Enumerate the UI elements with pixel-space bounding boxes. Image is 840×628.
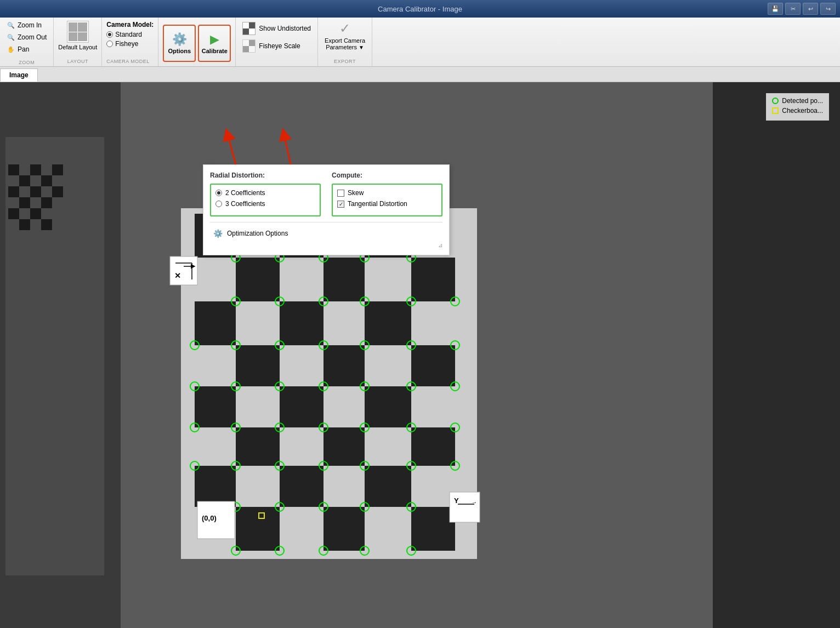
- svg-marker-40: [236, 507, 280, 551]
- svg-text:→: →: [472, 499, 477, 505]
- svg-marker-33: [365, 386, 411, 427]
- svg-rect-6: [52, 164, 63, 175]
- calibrate-icon: ▶: [210, 32, 219, 47]
- skew-checkbox[interactable]: Skew: [337, 189, 437, 197]
- layout-cell-3: [69, 32, 78, 42]
- svg-text:(0,0): (0,0): [202, 514, 217, 522]
- svg-marker-27: [365, 301, 411, 345]
- title-bar: Camera Calibrator - Image 💾 ✂ ↩ ↪: [0, 0, 840, 18]
- show-undistorted-button[interactable]: Show Undistorted: [240, 21, 313, 36]
- checkerboard-label: Checkerboa...: [782, 107, 823, 115]
- radial-distortion-column: Radial Distortion: 2 Coefficients 3 Coef…: [210, 172, 321, 216]
- svg-rect-11: [52, 186, 63, 197]
- layout-cell-4: [78, 32, 87, 42]
- window-controls: 💾 ✂ ↩ ↪: [768, 3, 836, 15]
- camera-model-section-label: CAMERA MODEL: [106, 59, 154, 65]
- standard-radio[interactable]: Standard: [106, 31, 154, 38]
- pan-icon: ✋: [7, 45, 15, 54]
- two-coeff-radio-circle: [215, 190, 222, 196]
- svg-marker-42: [411, 507, 455, 551]
- pan-label: Pan: [18, 45, 29, 53]
- options-button[interactable]: ⚙️ Options: [163, 25, 196, 62]
- svg-rect-94: [170, 256, 197, 285]
- checkerboard-icon: [772, 107, 779, 114]
- skew-label: Skew: [348, 189, 364, 197]
- svg-rect-9: [8, 186, 19, 197]
- show-undistorted-icon: [242, 22, 256, 35]
- tab-bar: Image: [0, 67, 840, 82]
- svg-rect-13: [41, 197, 52, 208]
- svg-rect-10: [30, 186, 41, 197]
- legend-detected-points: Detected po...: [772, 97, 823, 105]
- svg-rect-12: [19, 197, 30, 208]
- svg-rect-14: [8, 208, 19, 219]
- svg-rect-5: [30, 164, 41, 175]
- camera-model-title: Camera Model:: [106, 21, 154, 28]
- default-layout-button[interactable]: [67, 21, 89, 43]
- export-label: Export CameraParameters ▼: [325, 37, 365, 50]
- three-coeff-radio-circle: [215, 201, 222, 207]
- svg-marker-39: [365, 466, 411, 507]
- zoom-out-button[interactable]: 🔍 Zoom Out: [4, 32, 49, 43]
- calibrate-button[interactable]: ▶ Calibrate: [198, 25, 231, 62]
- zoom-section-label: ZOOM: [4, 60, 49, 66]
- three-coefficients-radio[interactable]: 3 Coefficients: [215, 200, 315, 208]
- two-coeff-label: 2 Coefficients: [225, 189, 265, 197]
- svg-marker-35: [323, 427, 365, 466]
- options-icon: ⚙️: [172, 32, 187, 47]
- export-dropdown-arrow: ▼: [359, 44, 364, 50]
- pan-button[interactable]: ✋ Pan: [4, 44, 49, 55]
- zoom-in-label: Zoom In: [18, 21, 42, 29]
- main-area: ✕ Y → (0,0) Detected po...: [0, 82, 840, 628]
- export-icon: ✓: [339, 21, 350, 36]
- legend: Detected po... Checkerboa...: [766, 93, 829, 121]
- show-undistorted-label: Show Undistorted: [259, 25, 311, 32]
- fisheye-radio[interactable]: Fisheye: [106, 40, 154, 48]
- svg-marker-37: [195, 466, 236, 507]
- layout-button-label: Default Layout: [58, 44, 97, 50]
- zoom-out-label: Zoom Out: [18, 33, 47, 41]
- svg-marker-22: [236, 258, 280, 301]
- fisheye-scale-button[interactable]: Fisheye Scale: [240, 38, 313, 54]
- svg-rect-15: [30, 208, 41, 219]
- layout-cell-1: [69, 22, 78, 32]
- show-section: Show Undistorted Fisheye Scale: [236, 18, 318, 66]
- optimization-gear-icon: ⚙️: [213, 229, 223, 238]
- fisheye-scale-label: Fisheye Scale: [259, 42, 300, 50]
- zoom-section: 🔍 Zoom In 🔍 Zoom Out ✋ Pan ZOOM: [0, 18, 54, 66]
- dropdown-sections-row: Radial Distortion: 2 Coefficients 3 Coef…: [210, 172, 442, 216]
- svg-marker-29: [323, 345, 365, 386]
- zoom-in-icon: 🔍: [7, 21, 15, 30]
- image-tab[interactable]: Image: [0, 68, 38, 82]
- svg-marker-25: [195, 301, 236, 345]
- svg-marker-41: [323, 507, 365, 551]
- resize-handle[interactable]: ⊿: [210, 242, 442, 248]
- svg-text:Y: Y: [454, 496, 459, 505]
- tangential-distortion-label: Tangential Distortion: [348, 200, 407, 208]
- skew-checkbox-box: [337, 190, 344, 197]
- optimization-options-button[interactable]: ⚙️ Optimization Options: [210, 225, 442, 242]
- fisheye-scale-icon: [242, 39, 256, 53]
- undo-btn[interactable]: ↩: [803, 3, 818, 15]
- action-buttons-section: ⚙️ Options ▶ Calibrate: [158, 18, 236, 66]
- zoom-in-button[interactable]: 🔍 Zoom In: [4, 20, 49, 31]
- redo-btn[interactable]: ↪: [820, 3, 836, 15]
- tangential-distortion-checkbox[interactable]: ✓ Tangential Distortion: [337, 200, 437, 208]
- save-btn[interactable]: 💾: [768, 3, 783, 15]
- svg-marker-28: [236, 345, 280, 386]
- svg-marker-24: [411, 258, 455, 301]
- two-coefficients-radio[interactable]: 2 Coefficients: [215, 189, 315, 197]
- svg-marker-36: [411, 427, 455, 466]
- coefficients-group: 2 Coefficients 3 Coefficients: [210, 184, 321, 216]
- svg-rect-2: [713, 82, 840, 628]
- compute-options-group: Skew ✓ Tangential Distortion: [332, 184, 442, 216]
- layout-section: Default Layout LAYOUT: [54, 18, 102, 66]
- svg-rect-17: [41, 219, 52, 230]
- tangential-checkbox-box: ✓: [337, 201, 344, 208]
- camera-model-section: Camera Model: Standard Fisheye CAMERA MO…: [102, 18, 158, 66]
- app-title: Camera Calibrator - Image: [378, 5, 462, 13]
- cut-btn[interactable]: ✂: [785, 3, 801, 15]
- zoom-out-icon: 🔍: [7, 33, 15, 42]
- standard-radio-label: Standard: [115, 31, 142, 38]
- svg-marker-38: [280, 466, 323, 507]
